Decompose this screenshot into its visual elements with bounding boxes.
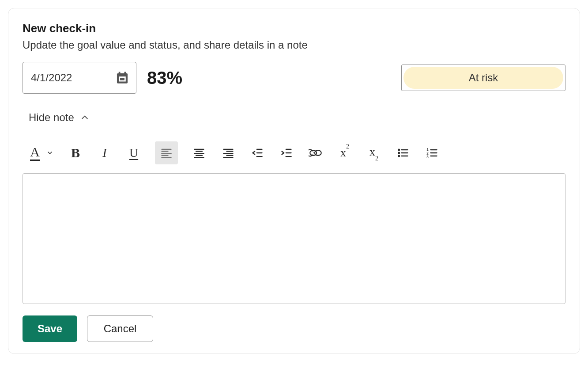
underline-icon: U — [129, 146, 138, 160]
align-right-icon — [222, 147, 234, 159]
bullet-list-button[interactable] — [395, 145, 411, 161]
indent-icon — [280, 147, 293, 159]
bold-icon: B — [71, 145, 80, 160]
link-icon — [309, 147, 323, 159]
subscript-button[interactable]: x2 — [366, 145, 382, 161]
link-button[interactable] — [308, 145, 324, 161]
cancel-button[interactable]: Cancel — [87, 315, 153, 342]
subscript-icon: x2 — [369, 145, 378, 160]
bold-button[interactable]: B — [68, 145, 83, 161]
font-color-icon: A — [30, 145, 40, 161]
outdent-button[interactable] — [249, 145, 265, 161]
value-row: 4/1/2022 83% At risk — [23, 62, 565, 94]
checkin-panel: New check-in Update the goal value and s… — [8, 8, 580, 354]
chevron-up-icon — [80, 113, 89, 122]
panel-title: New check-in — [23, 22, 565, 35]
italic-button[interactable]: I — [97, 145, 113, 161]
svg-rect-3 — [119, 72, 121, 75]
goal-value: 83% — [147, 68, 182, 88]
font-color-dropdown[interactable] — [45, 145, 54, 161]
status-selector[interactable]: At risk — [401, 65, 565, 91]
align-left-button[interactable] — [155, 141, 178, 164]
svg-text:3: 3 — [426, 155, 429, 159]
bullet-list-icon — [397, 147, 409, 159]
calendar-icon — [115, 70, 130, 85]
align-right-button[interactable] — [220, 145, 236, 161]
hide-note-label: Hide note — [29, 111, 74, 124]
align-center-button[interactable] — [191, 145, 207, 161]
note-toolbar: A B I U — [23, 141, 565, 173]
indent-button[interactable] — [279, 145, 294, 161]
font-color-button[interactable]: A — [27, 145, 43, 161]
svg-point-27 — [315, 150, 321, 156]
svg-point-29 — [398, 152, 400, 154]
superscript-button[interactable]: x2 — [337, 145, 353, 161]
panel-subtitle: Update the goal value and status, and sh… — [23, 39, 565, 51]
date-picker[interactable]: 4/1/2022 — [23, 62, 136, 94]
svg-point-30 — [398, 156, 400, 157]
hide-note-toggle[interactable]: Hide note — [24, 110, 94, 125]
superscript-icon: x2 — [340, 146, 349, 160]
status-label: At risk — [469, 72, 498, 84]
svg-rect-2 — [120, 78, 124, 80]
chevron-down-icon — [46, 149, 53, 156]
align-center-icon — [193, 147, 205, 159]
numbered-list-button[interactable]: 1 2 3 — [424, 145, 440, 161]
date-value: 4/1/2022 — [31, 72, 72, 84]
save-button[interactable]: Save — [23, 315, 77, 342]
align-left-icon — [160, 147, 173, 159]
footer-buttons: Save Cancel — [23, 315, 565, 342]
svg-point-28 — [398, 149, 400, 151]
note-textarea[interactable] — [23, 173, 565, 304]
svg-rect-4 — [124, 72, 126, 75]
numbered-list-icon: 1 2 3 — [426, 147, 438, 159]
italic-icon: I — [102, 146, 106, 160]
status-pill: At risk — [403, 67, 563, 89]
underline-button[interactable]: U — [126, 145, 142, 161]
outdent-icon — [251, 147, 264, 159]
